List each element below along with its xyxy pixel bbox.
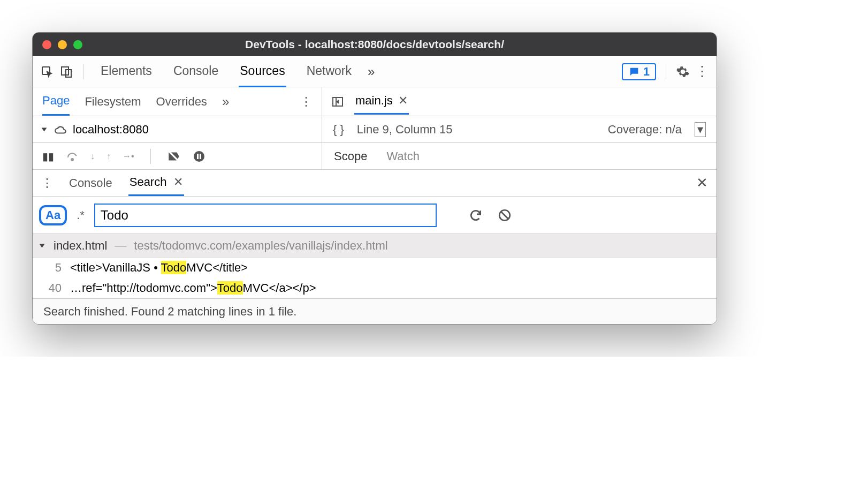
file-tab-label: main.js	[355, 94, 393, 108]
editor-statusbar: { } Line 9, Column 15 Coverage: n/a ▾	[322, 116, 717, 142]
watch-tab[interactable]: Watch	[386, 149, 420, 163]
debug-controls: ▮▮ ↓ ↑ →•	[33, 143, 322, 169]
result-filename: index.html	[54, 239, 107, 253]
svg-point-4	[71, 159, 73, 161]
refresh-icon[interactable]	[469, 208, 483, 222]
toggle-navigator-icon[interactable]	[331, 95, 345, 109]
cloud-icon	[54, 123, 67, 137]
result-filepath: tests/todomvc.com/examples/vanillajs/ind…	[134, 239, 387, 253]
file-tree[interactable]: localhost:8080	[33, 116, 322, 142]
devtools-window: DevTools - localhost:8080/docs/devtools/…	[32, 32, 717, 325]
tab-console[interactable]: Console	[172, 56, 219, 87]
dropdown-icon[interactable]: ▾	[695, 122, 706, 137]
svg-rect-6	[197, 154, 199, 159]
pause-icon[interactable]: ▮▮	[42, 150, 54, 163]
settings-icon[interactable]	[676, 65, 690, 79]
tree-expand-icon[interactable]	[42, 127, 47, 131]
step-icon[interactable]: →•	[123, 152, 134, 161]
search-status: Search finished. Found 2 matching lines …	[33, 298, 717, 324]
editor-tabs: main.js ✕	[322, 87, 717, 116]
step-out-icon[interactable]: ↑	[106, 152, 111, 161]
deactivate-breakpoints-icon[interactable]	[167, 149, 181, 163]
close-drawer-icon[interactable]: ✕	[696, 175, 708, 191]
maximize-window[interactable]	[73, 40, 82, 49]
drawer-tabs: ⋮ Console Search ✕ ✕	[33, 170, 717, 197]
close-tab-icon[interactable]: ✕	[398, 94, 408, 108]
result-line[interactable]: 5<title>VanillaJS • TodoMVC</title>	[33, 258, 717, 278]
close-window[interactable]	[42, 40, 51, 49]
divider	[83, 64, 83, 79]
result-lines: 5<title>VanillaJS • TodoMVC</title>40…re…	[33, 258, 717, 298]
search-toolbar: Aa .*	[33, 197, 717, 234]
feedback-button[interactable]: 1	[622, 63, 656, 80]
line-text: …ref="http://todomvc.com">TodoMVC</a></p…	[70, 281, 316, 295]
line-text: <title>VanillaJS • TodoMVC</title>	[70, 261, 248, 275]
line-number: 40	[42, 281, 62, 295]
tab-elements[interactable]: Elements	[100, 56, 153, 87]
coverage-label: Coverage: n/a	[608, 123, 682, 137]
result-line[interactable]: 40…ref="http://todomvc.com">TodoMVC</a><…	[33, 278, 717, 298]
subtab-overrides[interactable]: Overrides	[156, 88, 207, 115]
svg-rect-1	[62, 67, 68, 75]
tab-network[interactable]: Network	[306, 56, 353, 87]
panel-tabs: Elements Console Sources Network	[100, 56, 353, 87]
regex-toggle[interactable]: .*	[73, 208, 88, 222]
divider	[666, 64, 666, 79]
debugger-toolbar-row: ▮▮ ↓ ↑ →• Scope Watch	[33, 143, 717, 170]
tree-host: localhost:8080	[73, 123, 149, 137]
feedback-count: 1	[643, 65, 650, 79]
debug-sidebar-tabs: Scope Watch	[322, 143, 717, 169]
divider	[150, 149, 151, 164]
main-toolbar: Elements Console Sources Network » 1 ⋮	[33, 56, 717, 87]
search-input[interactable]	[94, 204, 437, 227]
line-number: 5	[42, 261, 62, 275]
drawer-search-tab[interactable]: Search ✕	[128, 170, 184, 196]
traffic-lights	[42, 40, 82, 49]
svg-point-5	[194, 151, 204, 162]
sources-subtabs-row: Page Filesystem Overrides » ⋮ main.js ✕	[33, 87, 717, 116]
drawer-console-tab[interactable]: Console	[68, 171, 113, 195]
minimize-window[interactable]	[58, 40, 67, 49]
pause-exceptions-icon[interactable]	[193, 150, 205, 163]
svg-rect-7	[200, 154, 201, 159]
tab-sources[interactable]: Sources	[239, 56, 286, 87]
clear-icon[interactable]	[498, 208, 512, 222]
window-title: DevTools - localhost:8080/docs/devtools/…	[245, 38, 504, 51]
inspect-icon[interactable]	[40, 65, 54, 79]
drawer-menu-icon[interactable]: ⋮	[41, 176, 53, 190]
feedback-icon	[628, 66, 640, 78]
titlebar: DevTools - localhost:8080/docs/devtools/…	[33, 33, 717, 56]
kebab-menu-icon[interactable]: ⋮	[695, 65, 709, 79]
result-file-header[interactable]: index.html — tests/todomvc.com/examples/…	[33, 234, 717, 258]
more-tabs[interactable]: »	[368, 64, 375, 79]
step-over-icon[interactable]	[66, 150, 79, 163]
content-row: localhost:8080 { } Line 9, Column 15 Cov…	[33, 116, 717, 143]
close-search-tab-icon[interactable]: ✕	[173, 175, 183, 189]
file-tab-main-js[interactable]: main.js ✕	[354, 88, 409, 115]
subtab-page[interactable]: Page	[42, 87, 70, 116]
tree-expand-icon[interactable]	[40, 244, 45, 247]
device-toggle-icon[interactable]	[59, 65, 73, 79]
navigator-menu-icon[interactable]: ⋮	[300, 95, 312, 109]
subtab-filesystem[interactable]: Filesystem	[85, 88, 141, 115]
match-case-toggle[interactable]: Aa	[39, 205, 67, 225]
scope-tab[interactable]: Scope	[334, 149, 367, 163]
format-icon[interactable]: { }	[333, 123, 344, 137]
more-subtabs[interactable]: »	[222, 94, 229, 109]
navigator-tabs: Page Filesystem Overrides » ⋮	[33, 87, 322, 116]
step-into-icon[interactable]: ↓	[90, 152, 95, 161]
cursor-position: Line 9, Column 15	[357, 123, 453, 137]
